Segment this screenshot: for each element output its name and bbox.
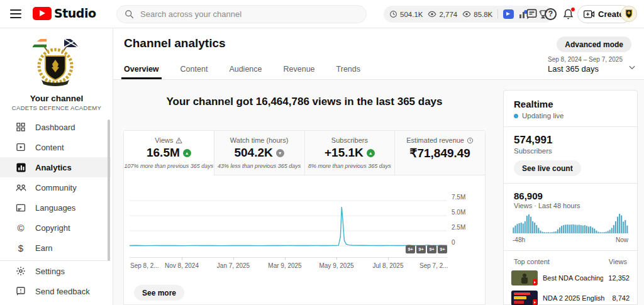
stat-value: 2,774 [439,11,457,18]
video-views: 12,352 [608,274,630,282]
send-feedback-icon[interactable] [526,8,538,20]
sidebar-item-dashboard[interactable]: Dashboard [0,117,111,137]
search-icon [125,9,134,19]
metric-note: 8% more than previous 365 days [305,163,395,169]
advanced-mode-button[interactable]: Advanced mode [557,36,631,52]
y-axis-tick: 2.5M [452,224,465,231]
metric-tab-subscribers[interactable]: Subscribers +15.1K ▲ 8% more than previo… [304,131,395,175]
divider [504,126,637,127]
tab-content[interactable]: Content [180,65,208,79]
sidebar-item-label: Send feedback [35,287,90,296]
watch-time-stat[interactable]: 504.1K [389,10,423,18]
shorts-icon [533,279,537,285]
create-label: Create [598,9,623,19]
analytics-icon [15,162,26,173]
metric-tab-revenue[interactable]: Estimated revenue ₹71,849.49 [394,131,485,175]
top-content-row[interactable]: NDA 2 2025 English Mara... 8,742 [511,291,630,305]
tab-revenue[interactable]: Revenue [284,65,315,79]
stat-value: 504.1K [400,11,423,18]
dashboard-icon [15,121,26,133]
metric-value: 504.2K [234,146,272,160]
divider [504,183,637,184]
realtime-card: Realtime Updating live 574,991 Subscribe… [503,90,638,305]
sidebar-item-label: Settings [35,267,65,276]
realtime-axis: -48h Now [513,236,628,243]
hamburger-menu-icon[interactable] [10,9,21,18]
warning-icon [175,137,182,143]
eye-icon [428,11,436,18]
video-count-badge[interactable]: 9+ [438,245,447,253]
youtube-play-icon [33,7,52,20]
sidebar-item-copyright[interactable]: © Copyright [0,218,111,238]
see-live-count-button[interactable]: See live count [514,160,581,176]
date-range-label: Last 365 days [548,64,623,74]
metric-value: ₹71,849.49 [409,146,470,160]
sidebar-scrollbar[interactable] [108,119,110,261]
eye-icon [462,11,471,18]
search-input[interactable] [140,9,348,19]
divider [504,250,637,251]
metric-note: 43% less than previous 365 days [214,163,304,169]
channel-name: Your channel [0,94,113,103]
tab-overview[interactable]: Overview [124,65,159,79]
video-thumbnail [511,291,538,305]
sidebar-item-analytics[interactable]: Analytics [0,157,111,177]
sidebar-item-community[interactable]: Community [0,177,111,197]
video-count-badge[interactable]: 9+ [427,245,436,253]
realtime-views-value: 86,909 [514,191,627,201]
x-tick [182,257,182,260]
see-more-button[interactable]: See more [134,285,184,301]
metric-tab-views[interactable]: Views 16.5M ▲ 107% more than previous 36… [124,131,214,175]
community-icon [15,182,26,193]
channel-avatar-crest[interactable] [28,35,83,90]
metric-tab-watch-time[interactable]: Watch time (hours) 504.2K ▼ 43% less tha… [214,131,304,175]
delayed-clock-icon [467,137,474,144]
create-video-icon [584,10,594,18]
x-axis-label: Nov 8, 2024 [165,262,199,269]
sidebar-item-send-feedback[interactable]: Send feedback [0,281,111,301]
video-count-badge[interactable]: 9+ [416,245,426,253]
shorts-icon [533,299,537,305]
content-icon [15,141,26,153]
top-content-label: Top content [514,258,550,265]
x-tick [388,257,389,260]
sidebar-item-label: Copyright [35,223,70,233]
india-flag-icon [33,39,47,47]
views-stat[interactable]: 2,774 [428,11,457,18]
sidebar-item-content[interactable]: Content [0,137,111,157]
chevron-down-icon[interactable] [628,63,636,72]
top-content-header: Top content Views [514,258,627,265]
sidebar-item-languages[interactable]: Languages [0,197,111,218]
sidebar-item-label: Earn [35,243,52,253]
search-bar[interactable] [116,5,367,23]
youtube-studio-logo[interactable]: Studio [33,6,96,20]
views-line-chart[interactable] [130,197,447,247]
notifications-bell-icon[interactable] [562,8,574,20]
video-count-badge[interactable]: 9+ [406,245,415,253]
help-icon[interactable]: ? [545,8,557,20]
sidebar-item-earn[interactable]: $ Earn [0,238,111,258]
languages-icon [15,202,26,213]
trend-up-icon: ▲ [183,149,191,157]
x-axis-label: Jul 8, 2025 [373,262,404,269]
video-title: Best NDA Coaching In D... [543,274,603,282]
stat-value: 85.8K [474,11,492,18]
analytics-overview-card: Views 16.5M ▲ 107% more than previous 36… [123,130,486,305]
x-axis-label: May 9, 2025 [319,262,353,269]
promotions-icon[interactable] [503,9,514,19]
sidebar-item-label: Analytics [35,163,72,172]
account-avatar[interactable] [621,6,637,22]
studio-logo-text: Studio [54,6,96,20]
notification-dot [570,7,575,12]
subscribers-stat[interactable]: 85.8K [462,11,492,18]
realtime-bars-chart[interactable] [513,213,628,236]
tab-audience[interactable]: Audience [229,65,262,79]
channel-subtitle: CADETS DEFENCE ACADEMY [0,104,113,111]
top-content-row[interactable]: Best NDA Coaching In D... 12,352 [511,270,630,286]
tab-trends[interactable]: Trends [336,65,360,79]
help-glyph: ? [548,9,553,18]
date-range-picker[interactable]: Sep 8, 2024 – Sep 7, 2025 Last 365 days [548,56,623,74]
page-title: Channel analytics [124,36,226,50]
main-header: Channel analytics Advanced mode Overview… [113,28,644,80]
sidebar-item-settings[interactable]: Settings [0,261,111,281]
